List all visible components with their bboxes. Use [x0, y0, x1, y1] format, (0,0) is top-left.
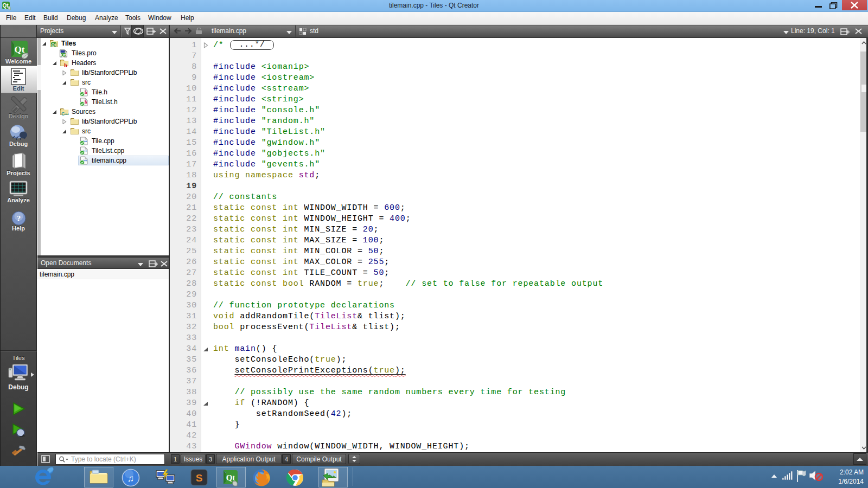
svg-text:Qt: Qt: [226, 473, 235, 482]
svg-text:S: S: [196, 472, 203, 484]
svg-text:Qt: Qt: [15, 44, 25, 55]
svg-text:h: h: [64, 62, 67, 68]
svg-text:C++: C++: [61, 111, 69, 116]
svg-text:♫: ♫: [127, 473, 135, 484]
svg-text:h: h: [85, 100, 87, 105]
svg-text:Qt: Qt: [61, 53, 66, 57]
svg-text:?: ?: [17, 214, 21, 223]
svg-text:h: h: [85, 90, 87, 95]
svg-text:Qt: Qt: [52, 42, 56, 47]
